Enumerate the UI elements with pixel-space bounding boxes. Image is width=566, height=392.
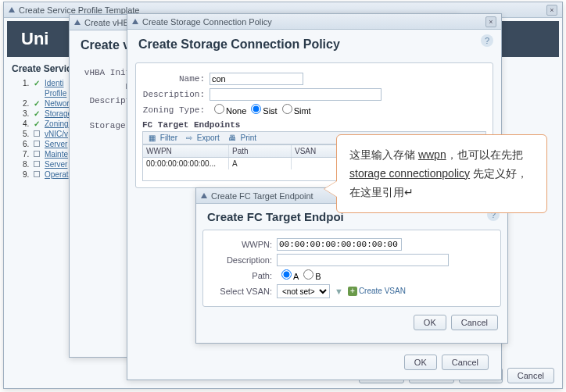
- create-vsan-link[interactable]: +Create VSAN: [348, 287, 406, 296]
- name-input[interactable]: [210, 73, 303, 85]
- vsan-select[interactable]: <not set>: [277, 284, 330, 298]
- cancel-button[interactable]: Cancel: [451, 315, 498, 330]
- cancel-button[interactable]: Cancel: [442, 355, 489, 370]
- zoning-sist[interactable]: Sist: [246, 104, 277, 116]
- fc-endpoint-form: WWPN: Description: Path: A B Select VSAN…: [202, 230, 501, 307]
- ok-button[interactable]: OK: [414, 315, 446, 330]
- app-icon: [201, 193, 207, 198]
- w3-titlebar: Create Storage Connection Policy ×: [127, 14, 501, 30]
- zoning-none[interactable]: None: [210, 104, 246, 116]
- desc-input[interactable]: [210, 88, 382, 101]
- wwpn-label: WWPN:: [210, 240, 272, 249]
- help-icon[interactable]: ?: [481, 34, 493, 47]
- path-a[interactable]: A: [277, 269, 299, 281]
- app-icon: [132, 19, 138, 24]
- print-button[interactable]: 🖶 Print: [226, 134, 261, 142]
- zoning-label: Zoning Type:: [142, 105, 205, 115]
- filter-button[interactable]: ▦ Filter: [146, 134, 182, 142]
- w4-buttons: OK Cancel: [196, 310, 507, 335]
- vsan-label: Select VSAN:: [210, 287, 272, 296]
- path-label: Path:: [210, 271, 272, 280]
- desc-input[interactable]: [277, 254, 449, 266]
- desc-label: Description:: [142, 90, 205, 99]
- w3-title: Create Storage Connection Policy: [142, 17, 485, 27]
- w3-header: Create Storage Connection Policy: [127, 30, 501, 59]
- desc-label: Description:: [210, 255, 272, 265]
- cancel-button[interactable]: Cancel: [507, 368, 554, 383]
- col-vsan: VSAN: [292, 145, 339, 157]
- close-icon[interactable]: ×: [485, 16, 496, 27]
- ok-button[interactable]: OK: [404, 355, 437, 370]
- app-icon: [74, 20, 81, 25]
- w3-buttons: OK Cancel: [395, 350, 498, 375]
- name-label: Name:: [142, 74, 205, 84]
- export-button[interactable]: ⇨ Export: [184, 134, 224, 142]
- col-path: Path: [229, 145, 292, 157]
- path-b[interactable]: B: [299, 269, 321, 281]
- wwpn-input[interactable]: [277, 238, 402, 251]
- plus-icon: +: [348, 287, 357, 296]
- app-icon: [9, 7, 15, 12]
- annotation-callout: 这里输入存储 wwpn，也可以在先把 storage connectionpol…: [336, 134, 547, 213]
- fc-endpoints-header: FC Target Endpoints: [142, 120, 486, 130]
- zoning-simt[interactable]: Simt: [278, 104, 311, 116]
- close-icon[interactable]: ×: [546, 5, 557, 16]
- col-wwpn: WWPN: [143, 145, 229, 157]
